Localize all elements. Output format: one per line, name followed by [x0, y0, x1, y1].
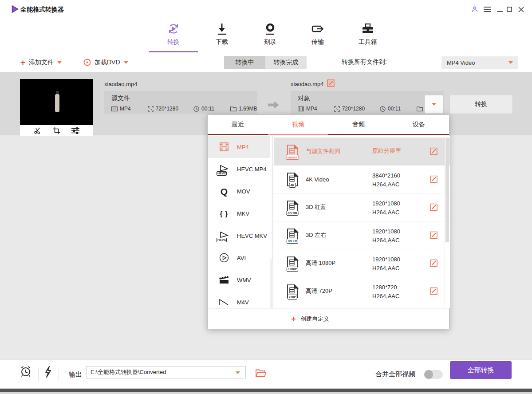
arrow-right-icon — [268, 101, 280, 109]
preset-row-720p[interactable]: 720P 高清 720P 1280*720 H264,AAC — [274, 277, 450, 305]
tab-burn[interactable]: 刻录 — [244, 20, 297, 50]
tab-burn-label: 刻录 — [264, 38, 276, 46]
preset-edit-icon[interactable] — [430, 204, 437, 211]
trim-scissors-icon[interactable] — [34, 127, 42, 134]
toggle-knob — [424, 370, 433, 379]
add-file-label: 添加文件 — [29, 59, 54, 67]
preset-row-1080p[interactable]: 1080P 高清 1080P 1920*1080 H264,AAC — [274, 249, 450, 277]
divider — [59, 368, 59, 381]
preset-row-3d-rb[interactable]: 3D RB 3D 红蓝 1920*1080 H264,AAC — [274, 193, 450, 221]
schedule-alarm-icon[interactable] — [20, 365, 32, 378]
rename-edit-icon[interactable] — [327, 79, 335, 87]
popup-tab-recent[interactable]: 最近 — [208, 115, 268, 134]
popup-tab-video[interactable]: 视频 — [268, 115, 328, 134]
tab-transfer[interactable]: 传输 — [291, 20, 344, 50]
source-file-name: xiaodao.mp4 — [104, 81, 137, 87]
open-folder-icon[interactable] — [256, 369, 266, 377]
format-item-hevc-mp4[interactable]: HEVC HEVC MP4 — [208, 158, 273, 180]
maximize-icon[interactable] — [504, 4, 514, 14]
film-icon — [111, 106, 118, 111]
close-icon[interactable] — [516, 4, 526, 14]
effects-sliders-icon[interactable] — [71, 127, 79, 134]
format-item-mp4[interactable]: MP4 — [208, 136, 273, 158]
target-info-box: 对象 MP4 720*1280 00:11 3.52MB — [291, 91, 444, 114]
output-format-select[interactable]: MP4 Video — [441, 56, 518, 69]
popup-tabs: 最近 视频 音频 设备 — [208, 115, 449, 135]
preset-row-4k[interactable]: 4K 4K Video 3840*2160 H264,AAC — [274, 165, 450, 193]
convert-to-label: 转换所有文件到: — [342, 58, 387, 66]
format-item-hevc-mkv[interactable]: HEVC HEVC MKV — [208, 225, 273, 247]
toolbar: + 添加文件 加载DVD 转换中 转换完成 转换所有文件到: MP4 Video — [0, 52, 532, 72]
crop-icon[interactable] — [53, 127, 60, 134]
convert-icon — [167, 20, 180, 35]
thumbnail-image — [44, 79, 69, 125]
convert-row-button[interactable]: 转换 — [450, 95, 512, 114]
plus-icon: + — [20, 58, 25, 67]
format-list-scrollbar[interactable] — [270, 136, 273, 308]
3d-lr-preset-icon: 3D LR — [285, 229, 299, 242]
format-item-avi[interactable]: AVI — [208, 247, 273, 269]
load-dvd-button[interactable]: 加载DVD — [83, 52, 128, 72]
app-logo-icon — [12, 5, 19, 13]
target-resolution: 720*1280 — [334, 106, 365, 112]
format-item-m4v[interactable]: M4V — [208, 291, 273, 308]
folder-icon — [417, 106, 423, 111]
preset-edit-icon[interactable] — [430, 232, 437, 239]
caret-down-icon[interactable] — [124, 61, 128, 64]
resize-icon — [148, 106, 154, 112]
video-thumbnail[interactable] — [20, 79, 93, 125]
app-window: 全能格式转换器 转换 — [0, 0, 532, 394]
create-custom-button[interactable]: + 创建自定义 — [291, 315, 329, 323]
popup-tab-audio[interactable]: 音频 — [328, 115, 389, 134]
minimize-icon[interactable] — [495, 4, 504, 14]
target-label: 对象 — [298, 95, 444, 102]
resize-icon — [334, 106, 340, 112]
tab-convert-label: 转换 — [167, 38, 180, 46]
source-duration: 00:11 — [193, 106, 214, 112]
download-icon — [216, 20, 228, 35]
menu-icon[interactable] — [482, 4, 492, 14]
add-file-button[interactable]: + 添加文件 — [20, 52, 62, 72]
1080p-preset-icon: 1080P — [285, 256, 299, 270]
high-speed-icon[interactable] — [44, 366, 52, 378]
tab-download[interactable]: 下载 — [195, 20, 248, 50]
output-path-select[interactable]: E:\全能格式转换器\Converted — [86, 366, 246, 378]
tab-converted[interactable]: 转换完成 — [265, 56, 307, 69]
account-icon[interactable] — [470, 4, 480, 14]
caret-down-icon[interactable] — [57, 61, 62, 64]
mov-icon: Q — [218, 187, 230, 196]
toolbox-icon — [361, 20, 374, 35]
divider — [38, 368, 39, 381]
mkv-icon: { } — [218, 210, 230, 217]
preset-edit-icon[interactable] — [430, 260, 437, 267]
target-format: MP4 — [298, 106, 317, 112]
caret-down-icon — [508, 61, 513, 64]
preset-edit-icon[interactable] — [430, 176, 437, 183]
preset-edit-icon[interactable] — [430, 288, 437, 295]
plus-icon: + — [291, 315, 296, 323]
target-format-dropdown-button[interactable] — [425, 95, 443, 114]
tab-converting[interactable]: 转换中 — [224, 56, 265, 69]
convert-all-button[interactable]: 全部转换 — [450, 361, 512, 379]
format-list: MP4 HEVC HEVC MP4 Q MOV { } MKV HEV — [208, 136, 273, 308]
popup-tab-device[interactable]: 设备 — [389, 115, 449, 134]
folder-icon — [230, 106, 236, 111]
preset-row-3d-lr[interactable]: 3D LR 3D 左右 1920*1080 H264,AAC — [274, 221, 450, 249]
avi-icon — [218, 253, 230, 263]
popup-footer: + 创建自定义 — [208, 308, 449, 329]
preset-edit-icon[interactable] — [430, 148, 437, 155]
preset-list-scrollbar[interactable] — [445, 137, 449, 307]
format-item-mov[interactable]: Q MOV — [208, 180, 273, 202]
format-item-mkv[interactable]: { } MKV — [208, 202, 273, 225]
tab-convert[interactable]: 转换 — [147, 20, 200, 50]
tab-toolbox[interactable]: 工具箱 — [341, 20, 394, 50]
tab-transfer-label: 传输 — [311, 38, 324, 46]
3d-rb-preset-icon: 3D RB — [285, 201, 299, 214]
clock-icon — [193, 106, 199, 112]
output-format-value: MP4 Video — [447, 59, 475, 66]
merge-all-toggle[interactable] — [424, 370, 443, 379]
format-item-wmv[interactable]: WMV — [208, 269, 273, 291]
wmv-icon — [218, 276, 230, 284]
preset-row-same-as-source[interactable]: source 与源文件相同 原始分辨率 — [274, 138, 450, 165]
preset-list: source 与源文件相同 原始分辨率 4K 4K Video 38 — [274, 136, 450, 308]
